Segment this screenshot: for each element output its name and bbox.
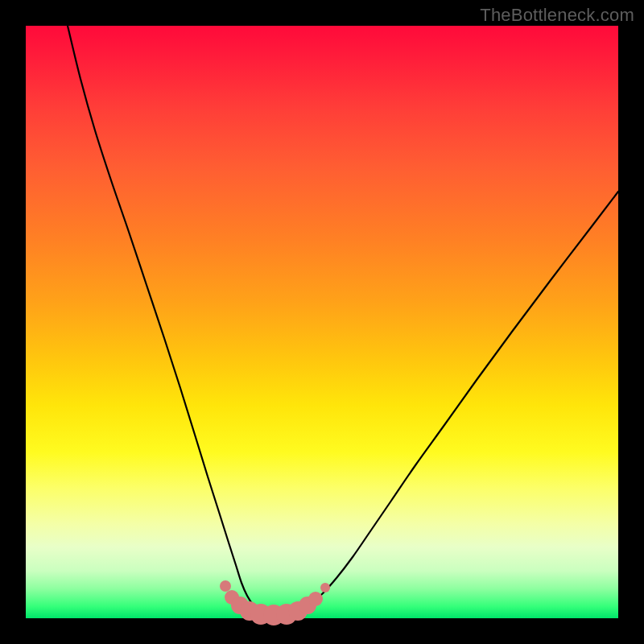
trough-marker [220,580,231,592]
watermark-text: TheBottleneck.com [480,5,634,26]
trough-marker [320,583,330,592]
bottleneck-curve [68,26,618,616]
trough-marker-group [220,580,330,625]
chart-svg [26,26,618,618]
trough-marker [308,592,323,606]
chart-plot-area [26,26,618,618]
chart-frame: TheBottleneck.com [0,0,644,644]
